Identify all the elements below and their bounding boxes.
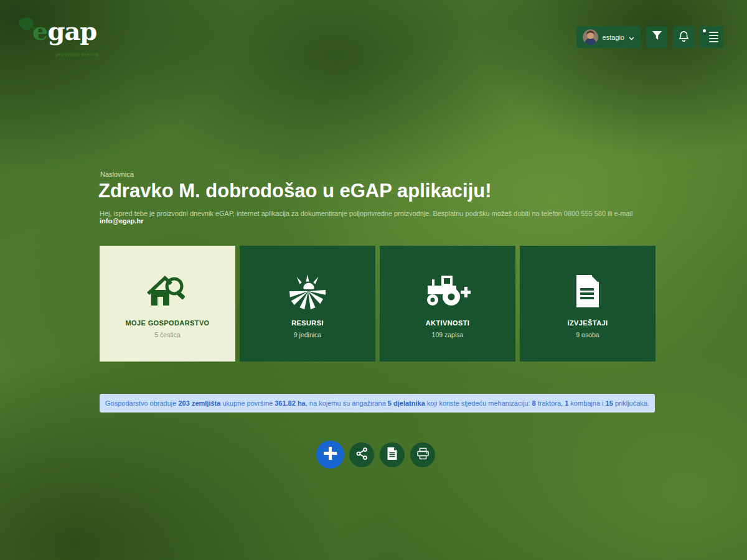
user-menu-button[interactable]: estagio: [576, 26, 641, 48]
summary-value: 5 djelatnika: [388, 399, 425, 407]
menu-button[interactable]: [700, 26, 723, 48]
card-title: MOJE GOSPODARSTVO: [125, 319, 209, 327]
summary-text: priključaka.: [613, 399, 649, 407]
summary-value: 203 zemljišta: [178, 399, 220, 407]
print-button[interactable]: [410, 442, 435, 467]
filter-button[interactable]: [646, 26, 667, 48]
card-subtitle: 9 osoba: [576, 331, 599, 338]
summary-text: Gospodarstvo obrađuje: [105, 399, 178, 407]
header-toolbar: estagio: [576, 26, 723, 48]
plus-icon: [324, 447, 337, 462]
add-button[interactable]: [316, 441, 344, 469]
farm-summary-bar: Gospodarstvo obrađuje 203 zemljišta ukup…: [100, 394, 655, 413]
filter-icon: [652, 30, 662, 44]
egap-logo[interactable]: egap proizvodni dnevnik: [19, 14, 112, 63]
logo-tagline: proizvodni dnevnik: [56, 52, 99, 57]
dashboard-cards: MOJE GOSPODARSTVO 5 čestica RESUR: [100, 246, 655, 362]
summary-value: 361.82 ha: [275, 399, 306, 407]
card-subtitle: 5 čestica: [154, 331, 180, 338]
logo-letter-e: e: [32, 16, 47, 45]
bell-icon: [679, 30, 689, 44]
report-icon: [573, 271, 602, 312]
card-resursi[interactable]: RESURSI 9 jedinica: [240, 246, 375, 362]
summary-text: kombajna i: [568, 399, 605, 407]
summary-text: , na kojemu su angažirana: [306, 399, 388, 407]
summary-text: traktora,: [536, 399, 565, 407]
printer-icon: [416, 447, 430, 462]
card-subtitle: 109 zapisa: [432, 331, 464, 338]
tractor-plus-icon: [425, 271, 471, 312]
card-subtitle: 9 jedinica: [294, 331, 321, 338]
document-icon: [387, 447, 398, 463]
welcome-subtitle: Hej, ispred tebe je proizvodni dnevnik e…: [100, 210, 635, 225]
card-izvjestaji[interactable]: IZVJEŠTAJI 9 osoba: [520, 246, 655, 362]
user-name-label: estagio: [603, 34, 624, 41]
summary-text: koji koriste sljedeću mehanizaciju:: [425, 399, 532, 407]
subtitle-text: Hej, ispred tebe je proizvodni dnevnik e…: [100, 210, 632, 217]
summary-value: 15: [606, 399, 613, 407]
notification-dot: [703, 29, 706, 32]
card-title: IZVJEŠTAJI: [568, 319, 608, 327]
card-title: AKTIVNOSTI: [426, 319, 470, 327]
card-moje-gospodarstvo[interactable]: MOJE GOSPODARSTVO 5 čestica: [100, 246, 235, 362]
document-button[interactable]: [380, 442, 405, 467]
logo-letters-gap: gap: [47, 16, 96, 45]
card-title: RESURSI: [291, 319, 324, 327]
chevron-down-icon: [629, 32, 634, 43]
logo-wordmark: egap: [32, 19, 96, 44]
share-button[interactable]: [349, 442, 374, 467]
house-search-icon: [147, 271, 188, 312]
notifications-button[interactable]: [673, 26, 694, 48]
field-sun-icon: [288, 271, 327, 312]
page-title: Zdravko M. dobrodošao u eGAP aplikaciju!: [98, 180, 492, 202]
menu-icon: [709, 32, 718, 43]
share-icon: [355, 447, 369, 463]
card-aktivnosti[interactable]: AKTIVNOSTI 109 zapisa: [380, 246, 515, 362]
avatar: [583, 29, 598, 45]
support-email-link[interactable]: info@egap.hr: [100, 217, 144, 225]
summary-text: ukupne površine: [220, 399, 275, 407]
breadcrumb[interactable]: Naslovnica: [100, 170, 134, 178]
